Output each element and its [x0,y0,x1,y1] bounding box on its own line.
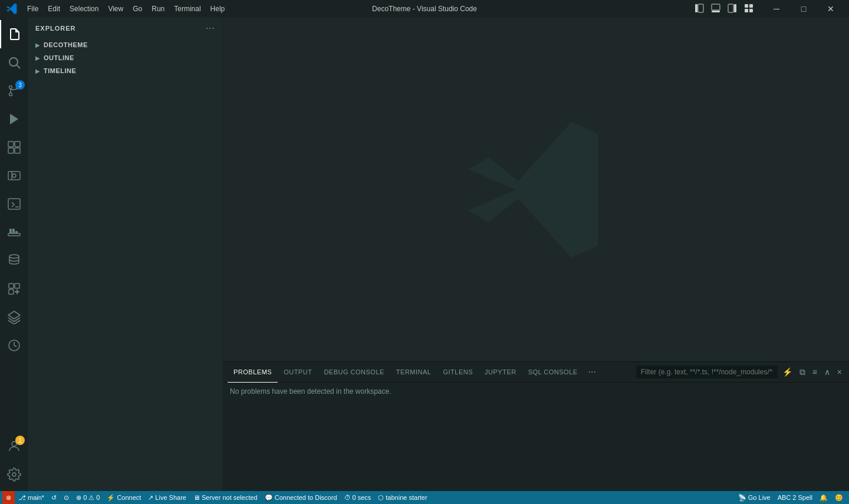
window-title: DecoTheme - Visual Studio Code [372,5,477,13]
run-debug-activity-icon[interactable] [0,105,28,133]
tab-terminal[interactable]: TERMINAL [390,362,437,383]
menu-terminal[interactable]: Terminal [169,2,205,15]
svg-rect-26 [8,233,20,236]
panel-filter-input[interactable] [636,365,778,378]
outline-section[interactable]: ▶ OUTLINE [28,51,222,64]
toggle-secondary-sidebar-icon[interactable] [725,2,739,16]
status-go-live[interactable]: 📡 Go Live [735,491,774,504]
status-connect[interactable]: ⚡ Connect [103,491,144,504]
status-server[interactable]: 🖥 Server not selected [190,491,261,504]
history-activity-icon[interactable] [0,331,28,360]
wrap-lines-button[interactable]: ≡ [810,366,820,378]
search-activity-icon[interactable] [0,48,28,77]
maximize-button[interactable]: □ [790,0,817,18]
error-icon: ⊗ [76,494,81,502]
status-branch[interactable]: ⎇ main* [15,491,48,504]
status-remote-btn[interactable]: ⊙ [60,491,73,504]
menu-help[interactable]: Help [206,2,230,15]
panel-more-button[interactable]: ··· [584,363,601,381]
timeline-section[interactable]: ▶ TIMELINE [28,64,222,77]
tab-debug-console[interactable]: DEBUG CONSOLE [318,362,390,383]
collapse-panel-button[interactable]: ∧ [822,366,832,378]
panel-content: No problems have been detected in the wo… [223,383,849,491]
database-activity-icon[interactable] [0,246,28,275]
menu-go[interactable]: Go [128,2,147,15]
vscode-watermark [462,116,610,263]
svg-rect-7 [749,4,753,8]
layers-activity-icon[interactable] [0,303,28,331]
docker-activity-icon[interactable] [0,218,28,246]
tab-problems[interactable]: PROBLEMS [228,362,278,383]
decotheme-section[interactable]: ▶ DECOTHEME [28,38,222,51]
go-live-icon: 📡 [738,494,746,502]
status-discord[interactable]: 💬 Connected to Discord [261,491,341,504]
svg-point-32 [9,255,19,258]
accounts-activity-icon[interactable]: 1 [0,432,28,460]
status-remote[interactable]: ⊗ [2,491,15,504]
status-errors[interactable]: ⊗ 0 ⚠ 0 [73,491,103,504]
customize-layout-icon[interactable] [742,2,756,16]
close-button[interactable]: ✕ [817,0,844,18]
svg-rect-35 [9,289,14,294]
close-panel-button[interactable]: × [835,366,844,378]
svg-line-11 [17,65,21,69]
tab-gitlens[interactable]: GITLENS [437,362,479,383]
timeline-chevron: ▶ [35,68,40,74]
status-spell[interactable]: ABC 2 Spell [774,491,816,504]
tab-jupyter[interactable]: JUPYTER [479,362,522,383]
filter-icon[interactable]: ⚡ [780,366,795,378]
menu-selection[interactable]: Selection [65,2,103,15]
terminal-activity-icon[interactable] [0,190,28,218]
menu-run[interactable]: Run [147,2,169,15]
menu-edit[interactable]: Edit [43,2,65,15]
status-live-share[interactable]: ↗ Live Share [144,491,190,504]
settings-activity-icon[interactable] [0,460,28,489]
remote-explorer-activity-icon[interactable] [0,162,28,190]
toggle-panel-icon[interactable] [709,2,723,16]
svg-rect-1 [698,4,703,12]
svg-rect-5 [734,4,736,12]
sidebar-header: EXPLORER ··· [28,18,222,38]
svg-rect-9 [749,9,753,12]
svg-marker-16 [10,114,18,124]
svg-rect-31 [12,229,15,231]
tabnine-label: tabnine starter [386,494,427,501]
panel-filter-area: ⚡ ⧉ ≡ ∧ × [636,365,844,378]
svg-point-39 [12,473,16,476]
status-notifications[interactable]: 🔔 [816,491,831,504]
menu-view[interactable]: View [103,2,128,15]
status-sync[interactable]: ↺ [48,491,60,504]
remote-btn-icon: ⊙ [64,494,69,502]
tab-sql-console[interactable]: SQL CONSOLE [522,362,584,383]
decotheme-label: DECOTHEME [44,41,88,48]
menu-file[interactable]: File [22,2,43,15]
tab-output[interactable]: OUTPUT [278,362,318,383]
status-feedback[interactable]: 😊 [831,491,847,504]
connect-icon: ⚡ [107,494,115,502]
status-time[interactable]: ⏱ 0 secs [341,491,375,504]
explorer-activity-icon[interactable] [0,20,28,48]
accounts-badge: 1 [15,436,25,445]
source-control-activity-icon[interactable]: 3 [0,77,28,105]
editor-area [223,18,849,361]
go-live-label: Go Live [748,494,771,501]
copy-panel-button[interactable]: ⧉ [797,366,808,378]
db2-activity-icon[interactable] [0,275,28,303]
extensions-activity-icon[interactable] [0,133,28,162]
toggle-primary-sidebar-icon[interactable] [692,2,706,16]
svg-rect-28 [12,231,15,233]
branch-name: main* [28,494,44,501]
sidebar-more-button[interactable]: ··· [206,23,215,34]
status-tabnine[interactable]: ⬡ tabnine starter [374,491,430,504]
svg-point-13 [9,86,12,89]
svg-rect-6 [745,4,748,8]
server-icon: 🖥 [193,494,200,501]
svg-rect-4 [728,4,733,12]
spell-icon: ABC [778,494,791,501]
minimize-button[interactable]: ─ [763,0,790,18]
svg-rect-8 [745,9,748,12]
activitybar-bottom: 1 [0,432,28,489]
server-label: Server not selected [202,494,258,501]
svg-rect-34 [15,284,19,288]
remote-icon: ⊗ [6,494,11,502]
